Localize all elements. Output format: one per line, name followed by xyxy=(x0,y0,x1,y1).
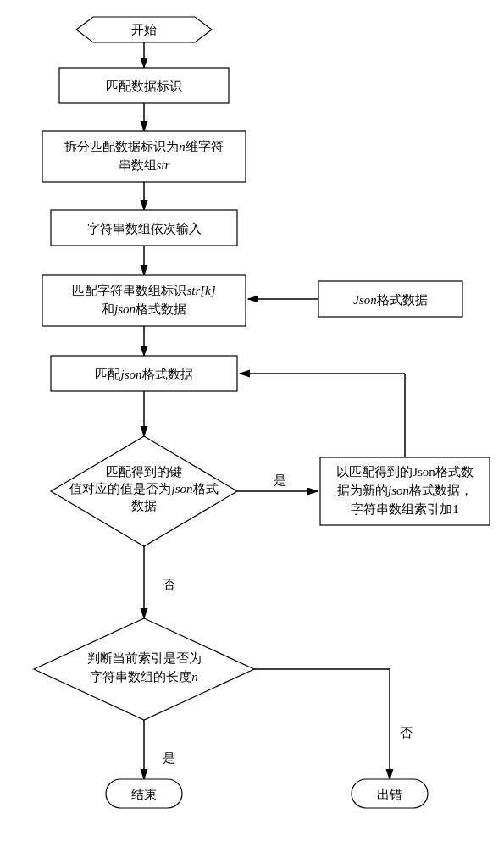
error-label: 出错 xyxy=(377,788,402,801)
decision-index-equals-n: 判断当前索引是否为 字符串数组的长度n xyxy=(34,618,254,720)
start-label: 开始 xyxy=(131,23,157,36)
yes-label-2: 是 xyxy=(163,751,175,765)
side2-line2: 据为新的json格式数据， xyxy=(337,484,473,497)
start-node: 开始 xyxy=(76,17,212,42)
p4-line2: 和json格式数据 xyxy=(102,302,186,316)
no-label-2: 否 xyxy=(400,726,413,739)
p2-line2: 串数组str xyxy=(119,158,170,172)
side2-line3: 字符串数组索引加1 xyxy=(351,502,459,516)
end-label: 结束 xyxy=(131,788,157,801)
process-match-strk-json: 匹配字符串数组标识str[k] 和json格式数据 xyxy=(42,275,246,326)
svg-marker-9 xyxy=(34,618,254,720)
process-split-string-array: 拆分匹配数据标识为n维字符 串数组str xyxy=(42,131,246,182)
p4-line1: 匹配字符串数组标识str[k] xyxy=(72,284,215,297)
p5-text: 匹配json格式数据 xyxy=(95,368,192,381)
data-json-input: Json格式数据 xyxy=(318,281,462,317)
process-input-sequentially: 字符串数组依次输入 xyxy=(51,210,237,246)
svg-rect-4 xyxy=(42,275,246,326)
decision-value-is-json: 匹配得到的键 值对应的值是否为json格式 数据 xyxy=(51,436,237,546)
side1-text: Json格式数据 xyxy=(353,293,428,307)
error-node: 出错 xyxy=(352,779,428,808)
process-match-json-data: 匹配json格式数据 xyxy=(51,356,237,391)
side2-line1: 以匹配得到的Json格式数 xyxy=(336,465,474,479)
no-label-1: 否 xyxy=(163,578,175,591)
end-node: 结束 xyxy=(106,779,182,808)
d1-line3: 数据 xyxy=(131,499,157,512)
process-update-json-increment: 以匹配得到的Json格式数 据为新的json格式数据， 字符串数组索引加1 xyxy=(320,457,490,525)
p2-line1: 拆分匹配数据标识为n维字符 xyxy=(64,140,224,153)
yes-label-1: 是 xyxy=(274,473,286,487)
d2-line2: 字符串数组的长度n xyxy=(90,670,198,684)
d2-line1: 判断当前索引是否为 xyxy=(87,651,202,665)
d1-line1: 匹配得到的键 xyxy=(106,465,182,479)
svg-rect-2 xyxy=(42,131,246,182)
flowchart-diagram: 开始 匹配数据标识 拆分匹配数据标识为n维字符 串数组str 字符串数组依次输入… xyxy=(0,0,504,847)
p1-text: 匹配数据标识 xyxy=(106,80,182,93)
d1-line2: 值对应的值是否为json格式 xyxy=(69,482,218,495)
p3-text: 字符串数组依次输入 xyxy=(87,222,202,235)
process-match-data-id: 匹配数据标识 xyxy=(59,68,229,103)
